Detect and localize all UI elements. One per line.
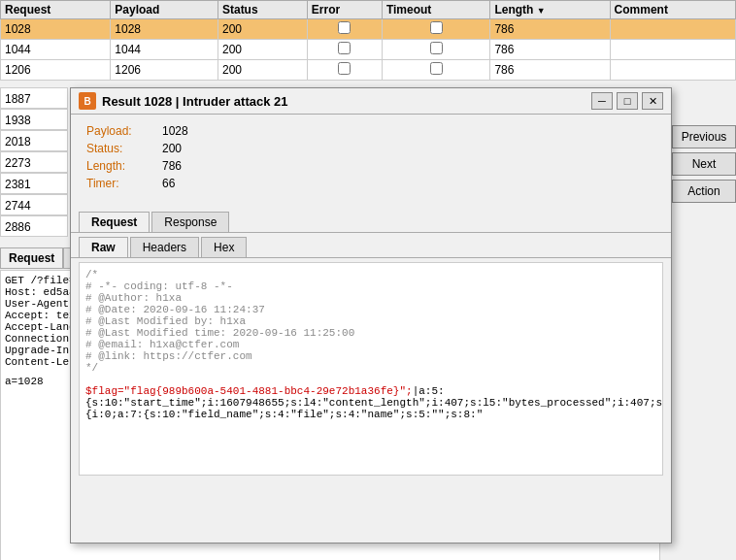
modal-titlebar: B Result 1028 | Intruder attack 21 ─ □ ✕ bbox=[71, 88, 671, 115]
inner-tab-bar: Request Response bbox=[71, 212, 671, 233]
main-area: Request Payload Status Error Timeout Len… bbox=[0, 0, 736, 560]
cell-length: 786 bbox=[490, 40, 610, 60]
cell-comment bbox=[610, 40, 735, 60]
timeout-checkbox[interactable] bbox=[430, 21, 443, 34]
payload-row: Payload: 1028 bbox=[86, 124, 655, 138]
code-line: # @Author: h1xa bbox=[85, 292, 656, 304]
cell-error[interactable] bbox=[307, 19, 382, 40]
list-item[interactable]: 2381 bbox=[0, 173, 68, 194]
right-panel: Previous Next Action bbox=[668, 121, 736, 207]
code-line: # @link: https://ctfer.com bbox=[85, 350, 656, 362]
code-line: # @Date: 2020-09-16 11:24:37 bbox=[85, 304, 656, 315]
burp-icon: B bbox=[79, 92, 96, 110]
cell-comment bbox=[610, 60, 735, 81]
col-request[interactable]: Request bbox=[1, 1, 111, 19]
cell-payload: 1206 bbox=[111, 60, 218, 81]
code-line: $flag="flag{989b600a-5401-4881-bbc4-29e7… bbox=[85, 385, 656, 420]
modal-info: Payload: 1028 Status: 200 Length: 786 Ti… bbox=[71, 115, 671, 204]
cell-timeout[interactable] bbox=[382, 40, 490, 60]
tab-hex[interactable]: Hex bbox=[201, 237, 247, 257]
intruder-table: Request Payload Status Error Timeout Len… bbox=[0, 0, 736, 81]
payload-label: Payload: bbox=[86, 124, 154, 138]
tab-response-inner[interactable]: Response bbox=[151, 212, 229, 232]
code-line: # -*- coding: utf-8 -*- bbox=[85, 280, 656, 292]
code-line: # @Last Modified by: h1xa bbox=[85, 315, 656, 327]
timer-value: 66 bbox=[162, 177, 175, 190]
code-line: /* bbox=[85, 269, 656, 280]
tab-request-bottom[interactable]: Request bbox=[0, 247, 63, 269]
table-row[interactable]: 1206 1206 200 786 bbox=[1, 60, 736, 81]
code-line bbox=[85, 374, 656, 385]
timer-label: Timer: bbox=[86, 177, 154, 190]
tab-raw[interactable]: Raw bbox=[79, 237, 128, 257]
modal-controls: ─ □ ✕ bbox=[591, 92, 663, 110]
cell-error[interactable] bbox=[307, 60, 382, 81]
cell-timeout[interactable] bbox=[382, 19, 490, 40]
col-error[interactable]: Error bbox=[307, 1, 382, 19]
status-label: Status: bbox=[86, 142, 154, 155]
table-row[interactable]: 1044 1044 200 786 bbox=[1, 40, 736, 60]
cell-request: 1044 bbox=[1, 40, 111, 60]
cell-request: 1028 bbox=[1, 19, 111, 40]
maximize-button[interactable]: □ bbox=[617, 92, 638, 110]
icon-letter: B bbox=[84, 96, 90, 107]
sort-icon: ▼ bbox=[537, 6, 546, 16]
left-rows: 1887 1938 2018 2273 2381 2744 2886 bbox=[0, 87, 68, 237]
sub-tab-bar: Raw Headers Hex bbox=[71, 237, 671, 258]
result-modal: B Result 1028 | Intruder attack 21 ─ □ ✕… bbox=[70, 87, 672, 544]
error-checkbox[interactable] bbox=[338, 62, 351, 75]
list-item[interactable]: 2886 bbox=[0, 215, 68, 237]
col-length[interactable]: Length ▼ bbox=[490, 1, 610, 19]
code-line: # @email: h1xa@ctfer.com bbox=[85, 339, 656, 350]
payload-value: 1028 bbox=[162, 124, 188, 138]
length-value: 786 bbox=[162, 159, 182, 173]
cell-status: 200 bbox=[217, 60, 307, 81]
cell-status: 200 bbox=[217, 40, 307, 60]
minimize-button[interactable]: ─ bbox=[591, 92, 613, 110]
col-timeout[interactable]: Timeout bbox=[382, 1, 490, 19]
cell-payload: 1028 bbox=[111, 19, 218, 40]
list-item[interactable]: 1887 bbox=[0, 87, 68, 109]
list-item[interactable]: 1938 bbox=[0, 109, 68, 130]
table-row[interactable]: 1028 1028 200 786 bbox=[1, 19, 736, 40]
cell-length: 786 bbox=[490, 60, 610, 81]
timer-row: Timer: 66 bbox=[86, 177, 655, 190]
cell-error[interactable] bbox=[307, 40, 382, 60]
error-checkbox[interactable] bbox=[338, 21, 351, 34]
list-item[interactable]: 2273 bbox=[0, 151, 68, 173]
close-button[interactable]: ✕ bbox=[642, 92, 663, 110]
error-checkbox[interactable] bbox=[338, 42, 351, 54]
modal-title-area: B Result 1028 | Intruder attack 21 bbox=[79, 92, 288, 110]
list-item[interactable]: 2744 bbox=[0, 194, 68, 215]
cell-length: 786 bbox=[490, 19, 610, 40]
cell-comment bbox=[610, 19, 735, 40]
cell-payload: 1044 bbox=[111, 40, 218, 60]
timeout-checkbox[interactable] bbox=[430, 42, 443, 54]
list-item[interactable]: 2018 bbox=[0, 130, 68, 151]
action-button[interactable]: Action bbox=[672, 180, 736, 203]
code-display[interactable]: /* # -*- coding: utf-8 -*- # @Author: h1… bbox=[79, 262, 663, 476]
col-status[interactable]: Status bbox=[217, 1, 307, 19]
status-value: 200 bbox=[162, 142, 182, 155]
status-row: Status: 200 bbox=[86, 142, 655, 155]
next-button[interactable]: Next bbox=[672, 152, 736, 176]
cell-status: 200 bbox=[217, 19, 307, 40]
tab-request-inner[interactable]: Request bbox=[79, 212, 150, 232]
length-label: Length: bbox=[86, 159, 154, 173]
previous-button[interactable]: Previous bbox=[672, 125, 736, 148]
col-payload[interactable]: Payload bbox=[111, 1, 218, 19]
length-row: Length: 786 bbox=[86, 159, 655, 173]
code-line: # @Last Modified time: 2020-09-16 11:25:… bbox=[85, 327, 656, 339]
cell-request: 1206 bbox=[1, 60, 111, 81]
timeout-checkbox[interactable] bbox=[430, 62, 443, 75]
tab-headers[interactable]: Headers bbox=[130, 237, 199, 257]
modal-title-text: Result 1028 | Intruder attack 21 bbox=[102, 94, 288, 109]
cell-timeout[interactable] bbox=[382, 60, 490, 81]
code-line: */ bbox=[85, 362, 656, 374]
col-comment[interactable]: Comment bbox=[610, 1, 735, 19]
